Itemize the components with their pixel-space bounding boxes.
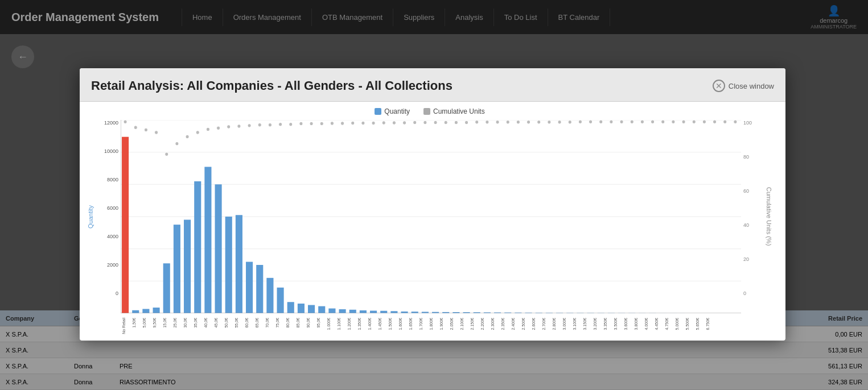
svg-text:3.000€: 3.000€: [562, 318, 566, 330]
svg-text:6.750€: 6.750€: [706, 318, 710, 330]
chart-legend: Quantity Cumulative Units: [85, 107, 774, 115]
svg-text:30,0€: 30,0€: [183, 318, 187, 328]
svg-rect-22: [277, 288, 284, 313]
svg-point-98: [496, 121, 499, 125]
svg-text:35,0€: 35,0€: [194, 318, 198, 328]
chart-with-axes: Quantity 12000 10000 8000 6000 4000 2000…: [85, 120, 774, 313]
svg-point-77: [279, 122, 282, 126]
svg-rect-10: [153, 308, 160, 313]
x-axis-labels: No Retail 1,50€ 5,00€ 9,50€ 15,0€ 25,0€ …: [121, 313, 741, 341]
svg-text:75,0€: 75,0€: [275, 318, 279, 328]
svg-text:2.200€: 2.200€: [480, 318, 484, 330]
modal-header: Retail Analysis: All Companies - All Gen…: [80, 68, 785, 102]
svg-point-91: [423, 121, 427, 125]
svg-point-96: [475, 121, 479, 125]
svg-text:50,0€: 50,0€: [224, 318, 228, 328]
svg-point-109: [610, 120, 613, 124]
close-label: Close window: [729, 82, 774, 90]
svg-text:1.100€: 1.100€: [337, 318, 341, 330]
svg-text:3.600€: 3.600€: [624, 318, 628, 330]
svg-point-101: [527, 121, 530, 125]
svg-point-117: [692, 120, 696, 124]
svg-rect-24: [298, 304, 305, 313]
y-right-tick-40: 40: [743, 222, 749, 228]
svg-rect-16: [215, 184, 222, 313]
svg-rect-25: [308, 305, 315, 313]
y-tick-8000: 8000: [107, 177, 118, 182]
svg-point-93: [444, 121, 447, 125]
svg-text:15,0€: 15,0€: [163, 318, 167, 328]
svg-point-100: [516, 121, 520, 125]
svg-rect-28: [339, 309, 346, 313]
svg-text:2.300€: 2.300€: [491, 318, 495, 330]
close-icon: ✕: [713, 80, 725, 92]
svg-text:3.100€: 3.100€: [573, 318, 577, 330]
y-axis-left-ticks: 12000 10000 8000 6000 4000 2000 0: [96, 120, 121, 313]
svg-text:2.150€: 2.150€: [470, 318, 474, 330]
close-window-button[interactable]: ✕ Close window: [713, 80, 774, 92]
svg-point-112: [640, 120, 644, 124]
svg-text:25,0€: 25,0€: [173, 318, 177, 328]
svg-text:3.500€: 3.500€: [614, 318, 618, 330]
legend-quantity: Quantity: [375, 107, 410, 115]
y-axis-right-label-container: Cumulative Units (%): [764, 120, 774, 313]
svg-rect-12: [174, 225, 180, 313]
svg-text:4.750€: 4.750€: [665, 318, 669, 330]
svg-text:2.800€: 2.800€: [552, 318, 556, 330]
svg-point-70: [206, 127, 209, 131]
legend-quantity-label: Quantity: [384, 107, 410, 115]
svg-point-113: [651, 120, 655, 124]
svg-text:3.800€: 3.800€: [634, 318, 638, 330]
svg-text:4.000€: 4.000€: [644, 318, 648, 330]
y-right-tick-100: 100: [743, 120, 752, 126]
svg-text:1.500€: 1.500€: [388, 318, 392, 330]
svg-text:85,0€: 85,0€: [296, 318, 300, 328]
x-labels-svg: No Retail 1,50€ 5,00€ 9,50€ 15,0€ 25,0€ …: [121, 313, 741, 341]
svg-point-67: [175, 142, 179, 146]
y-tick-10000: 10000: [104, 148, 118, 154]
svg-point-65: [155, 131, 158, 135]
svg-text:1.650€: 1.650€: [409, 318, 413, 330]
svg-point-94: [454, 121, 458, 125]
y-right-tick-0: 0: [743, 291, 746, 296]
svg-rect-23: [287, 302, 294, 313]
svg-point-62: [124, 120, 127, 124]
svg-point-79: [299, 122, 303, 126]
chart-svg: [121, 120, 741, 313]
svg-text:70,0€: 70,0€: [265, 318, 269, 328]
svg-text:1.450€: 1.450€: [378, 318, 382, 330]
svg-point-88: [392, 121, 396, 125]
svg-point-121: [734, 120, 737, 124]
svg-point-102: [537, 121, 541, 125]
svg-text:1.800€: 1.800€: [429, 318, 433, 330]
svg-point-73: [237, 125, 241, 128]
svg-text:1.350€: 1.350€: [357, 318, 361, 330]
svg-point-75: [258, 123, 261, 127]
svg-text:55,0€: 55,0€: [235, 318, 238, 328]
svg-point-115: [672, 120, 675, 124]
svg-text:1.200€: 1.200€: [347, 318, 351, 330]
svg-point-80: [310, 122, 313, 126]
svg-point-116: [682, 120, 685, 124]
y-tick-2000: 2000: [107, 262, 118, 268]
modal-title: Retail Analysis: All Companies - All Gen…: [91, 78, 452, 93]
svg-point-78: [289, 122, 293, 126]
svg-text:65,0€: 65,0€: [255, 318, 259, 328]
svg-text:45,0€: 45,0€: [214, 318, 218, 328]
svg-point-106: [578, 120, 582, 124]
svg-rect-15: [204, 167, 211, 313]
svg-point-81: [320, 122, 323, 126]
svg-point-76: [268, 123, 271, 127]
svg-point-97: [486, 121, 489, 125]
svg-text:2.100€: 2.100€: [460, 318, 464, 330]
svg-rect-21: [266, 278, 273, 313]
svg-point-84: [351, 121, 355, 125]
legend-cumulative-label: Cumulative Units: [433, 107, 485, 115]
svg-point-83: [341, 122, 344, 126]
svg-text:2.500€: 2.500€: [521, 318, 525, 330]
svg-point-119: [713, 120, 717, 124]
svg-text:2.600€: 2.600€: [532, 318, 536, 330]
svg-text:2.050€: 2.050€: [450, 318, 454, 330]
legend-cumulative-icon: [423, 108, 430, 115]
svg-point-74: [248, 124, 251, 128]
